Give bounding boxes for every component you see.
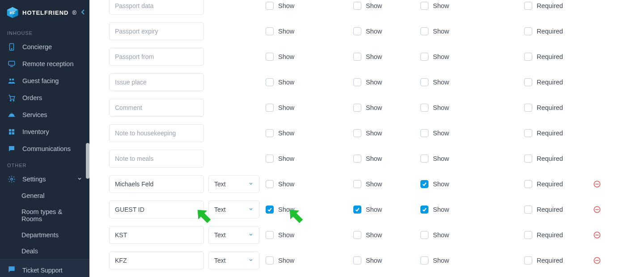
sidebar-collapse-button[interactable]: [80, 8, 87, 17]
checkbox-show-3[interactable]: [420, 27, 428, 35]
checkbox-show-2[interactable]: [353, 27, 361, 35]
remove-field-button[interactable]: [590, 180, 604, 188]
checkbox-required[interactable]: [524, 53, 532, 61]
checkbox-show-3[interactable]: [420, 78, 428, 86]
remove-field-button[interactable]: [590, 256, 604, 264]
remove-field-button[interactable]: [590, 231, 604, 239]
checkbox-label: Show: [366, 180, 382, 188]
checkbox-show-1[interactable]: [266, 155, 274, 163]
field-name-input[interactable]: [109, 22, 204, 40]
checkbox-show-2[interactable]: [353, 231, 361, 239]
column-show-1: Show: [266, 231, 353, 239]
field-row: TextShowShowShowRequired: [109, 197, 644, 222]
checkbox-show-1[interactable]: [266, 53, 274, 61]
checkbox-show-1[interactable]: [266, 2, 274, 10]
field-name-input[interactable]: [109, 48, 204, 66]
chat-icon: [7, 145, 16, 153]
checkbox-label: Show: [278, 53, 294, 60]
sidebar-item-remote-reception[interactable]: Remote reception: [0, 55, 89, 72]
svg-point-18: [11, 178, 13, 180]
checkbox-required[interactable]: [524, 104, 532, 112]
field-name-input[interactable]: [109, 252, 204, 269]
sidebar-scrollbar-thumb[interactable]: [86, 143, 89, 179]
sidebar-ticket-support[interactable]: Ticket Support: [0, 259, 89, 277]
svg-rect-14: [9, 129, 11, 131]
sidebar-subitem-general[interactable]: General: [0, 188, 89, 204]
checkbox-required[interactable]: [524, 129, 532, 137]
column-show-1: Show: [266, 206, 353, 214]
field-name-input[interactable]: [109, 226, 204, 244]
checkbox-label: Show: [278, 257, 294, 264]
checkbox-show-2[interactable]: [353, 53, 361, 61]
checkbox-show-1[interactable]: [266, 104, 274, 112]
field-name-input[interactable]: [109, 201, 204, 218]
checkbox-show-3[interactable]: [420, 155, 428, 163]
sidebar-item-services[interactable]: Services: [0, 106, 89, 123]
checkbox-show-3[interactable]: [420, 206, 428, 214]
field-name-input[interactable]: [109, 124, 204, 142]
checkbox-show-3[interactable]: [420, 104, 428, 112]
checkbox-required[interactable]: [524, 256, 532, 264]
sidebar-item-orders[interactable]: Orders: [0, 89, 89, 106]
checkbox-show-1[interactable]: [266, 129, 274, 137]
sidebar-item-settings[interactable]: Settings: [0, 171, 89, 188]
checkbox-label: Show: [433, 155, 449, 162]
sidebar-item-concierge[interactable]: Concierge: [0, 38, 89, 55]
field-type-select[interactable]: Text: [208, 201, 259, 218]
checkbox-show-2[interactable]: [353, 2, 361, 10]
checkbox-required[interactable]: [524, 206, 532, 214]
field-name-input[interactable]: [109, 73, 204, 91]
remove-field-button[interactable]: [590, 206, 604, 214]
checkbox-required[interactable]: [524, 155, 532, 163]
checkbox-required[interactable]: [524, 78, 532, 86]
column-show-2: Show: [353, 206, 420, 214]
checkbox-show-2[interactable]: [353, 180, 361, 188]
column-show-1: Show: [266, 155, 353, 163]
column-show-2: Show: [353, 78, 420, 86]
checkbox-show-1[interactable]: [266, 27, 274, 35]
sidebar-subitem-departments[interactable]: Departments: [0, 227, 89, 243]
checkbox-show-3[interactable]: [420, 129, 428, 137]
checkbox-show-3[interactable]: [420, 53, 428, 61]
checkbox-label: Show: [366, 231, 382, 239]
checkbox-required[interactable]: [524, 231, 532, 239]
sidebar-item-inventory[interactable]: Inventory: [0, 123, 89, 140]
checkbox-required[interactable]: [524, 27, 532, 35]
checkbox-show-1[interactable]: [266, 206, 274, 214]
checkbox-show-3[interactable]: [420, 256, 428, 264]
checkbox-label: Show: [433, 2, 449, 9]
checkbox-show-2[interactable]: [353, 129, 361, 137]
sidebar-subitem-deals[interactable]: Deals: [0, 243, 89, 259]
svg-rect-6: [8, 61, 15, 65]
svg-point-13: [11, 113, 12, 113]
field-name-input[interactable]: [109, 0, 204, 15]
sidebar-item-guest-facing[interactable]: Guest facing: [0, 72, 89, 89]
field-type-select[interactable]: Text: [208, 252, 259, 269]
checkbox-required[interactable]: [524, 180, 532, 188]
checkbox-show-2[interactable]: [353, 78, 361, 86]
field-row: TextShowShowShowRequired: [109, 69, 644, 95]
field-row: TextShowShowShowRequired: [109, 0, 644, 18]
checkbox-show-3[interactable]: [420, 231, 428, 239]
brand-name: HOTELFRIEND: [22, 9, 68, 16]
checkbox-show-3[interactable]: [420, 2, 428, 10]
field-name-input[interactable]: [109, 175, 204, 193]
checkbox-show-1[interactable]: [266, 231, 274, 239]
svg-text:HF: HF: [10, 10, 16, 15]
sidebar-subitem-room-types[interactable]: Room types & Rooms: [0, 204, 89, 227]
checkbox-show-1[interactable]: [266, 78, 274, 86]
checkbox-show-2[interactable]: [353, 104, 361, 112]
field-type-select[interactable]: Text: [208, 175, 259, 193]
sidebar-item-communications[interactable]: Communications: [0, 140, 89, 157]
checkbox-show-1[interactable]: [266, 180, 274, 188]
checkbox-required[interactable]: [524, 2, 532, 10]
checkbox-show-2[interactable]: [353, 155, 361, 163]
field-type-select[interactable]: Text: [208, 226, 259, 244]
svg-point-9: [12, 79, 14, 81]
field-name-input[interactable]: [109, 99, 204, 117]
field-name-input[interactable]: [109, 150, 204, 168]
checkbox-show-2[interactable]: [353, 256, 361, 264]
checkbox-show-2[interactable]: [353, 206, 361, 214]
checkbox-show-1[interactable]: [266, 256, 274, 264]
checkbox-show-3[interactable]: [420, 180, 428, 188]
